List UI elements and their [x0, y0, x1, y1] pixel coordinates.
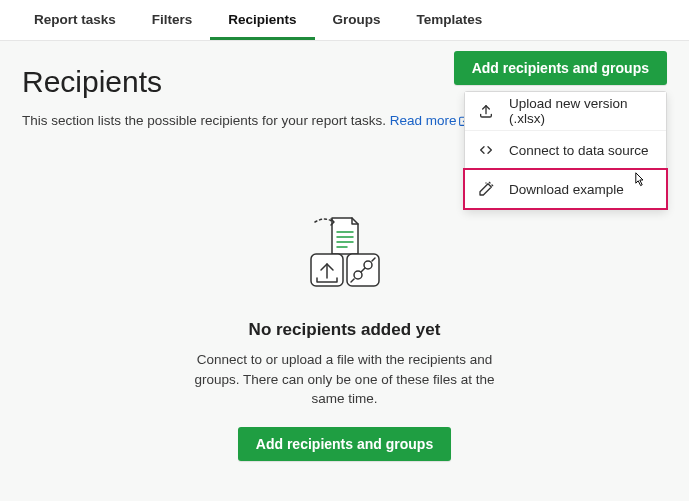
read-more-link[interactable]: Read more: [390, 113, 472, 128]
menu-upload-new-version[interactable]: Upload new version (.xlsx): [465, 92, 666, 131]
tab-groups[interactable]: Groups: [315, 0, 399, 40]
menu-item-label: Download example: [509, 182, 624, 197]
add-recipients-button-center[interactable]: Add recipients and groups: [238, 427, 451, 461]
tab-report-tasks[interactable]: Report tasks: [16, 0, 134, 40]
empty-state-illustration: [22, 210, 667, 300]
magic-wand-icon: [477, 180, 495, 198]
upload-icon: [477, 102, 495, 120]
tab-filters[interactable]: Filters: [134, 0, 211, 40]
tab-templates[interactable]: Templates: [399, 0, 501, 40]
empty-state-description: Connect to or upload a file with the rec…: [190, 350, 500, 409]
menu-item-label: Connect to data source: [509, 143, 649, 158]
dropdown-menu: Upload new version (.xlsx) Connect to da…: [464, 91, 667, 209]
tab-bar: Report tasks Filters Recipients Groups T…: [0, 0, 689, 41]
empty-state: No recipients added yet Connect to or up…: [22, 210, 667, 461]
menu-download-example[interactable]: Download example: [465, 170, 666, 208]
add-recipients-button[interactable]: Add recipients and groups: [454, 51, 667, 85]
menu-item-label: Upload new version (.xlsx): [509, 96, 654, 126]
empty-state-title: No recipients added yet: [22, 320, 667, 340]
menu-connect-data-source[interactable]: Connect to data source: [465, 131, 666, 170]
subtitle-text: This section lists the possible recipien…: [22, 113, 390, 128]
tab-recipients[interactable]: Recipients: [210, 0, 314, 40]
code-icon: [477, 141, 495, 159]
